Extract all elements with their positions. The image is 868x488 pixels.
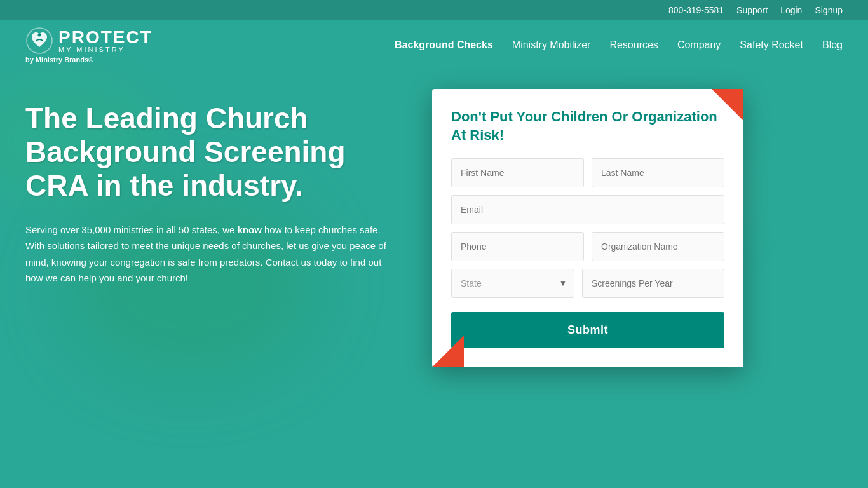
logo-brands-text: by Ministry Brands®: [25, 56, 93, 64]
form-row-email: [451, 195, 724, 224]
form-row-name: [451, 158, 724, 187]
form-row-state-screenings: State Alabama Alaska Arizona Arkansas Ca…: [451, 269, 724, 298]
first-name-input[interactable]: [451, 158, 584, 187]
hero-headline: The Leading Church Background Screening …: [25, 102, 394, 203]
logo-ministry-text: MY MINISTRY: [58, 46, 153, 53]
state-select-wrapper: State Alabama Alaska Arizona Arkansas Ca…: [451, 269, 574, 298]
phone-input[interactable]: [451, 232, 584, 261]
main-nav: PROTECT MY MINISTRY by Ministry Brands® …: [0, 20, 868, 70]
screenings-per-year-input[interactable]: [582, 269, 724, 298]
phone-number: 800-319-5581: [668, 5, 724, 15]
contact-form-card: Don't Put Your Children Or Organization …: [432, 89, 743, 367]
hero-description: Serving over 35,000 ministries in all 50…: [25, 222, 394, 287]
org-name-input[interactable]: [592, 232, 724, 261]
logo-protect-text: PROTECT: [58, 29, 153, 46]
nav-links: Background Checks Ministry Mobilizer Res…: [395, 39, 843, 51]
logo-icon: [25, 27, 53, 55]
logo-text-area: PROTECT MY MINISTRY: [58, 29, 153, 53]
email-input[interactable]: [451, 195, 724, 224]
support-link[interactable]: Support: [736, 5, 768, 15]
by-text: by Ministry Brands®: [25, 56, 93, 64]
svg-point-1: [38, 34, 41, 37]
last-name-input[interactable]: [592, 158, 724, 187]
nav-resources[interactable]: Resources: [609, 39, 658, 51]
signup-link[interactable]: Signup: [815, 5, 843, 15]
nav-blog[interactable]: Blog: [822, 39, 843, 51]
hero-desc-bold: know: [238, 224, 262, 235]
form-title: Don't Put Your Children Or Organization …: [451, 108, 724, 144]
state-select[interactable]: State Alabama Alaska Arizona Arkansas Ca…: [451, 269, 574, 298]
hero-desc-prefix: Serving over 35,000 ministries in all 50…: [25, 224, 238, 235]
form-row-phone-org: [451, 232, 724, 261]
nav-company[interactable]: Company: [677, 39, 721, 51]
top-bar: 800-319-5581 Support Login Signup: [0, 0, 868, 20]
nav-safety-rocket[interactable]: Safety Rocket: [740, 39, 803, 51]
logo-area[interactable]: PROTECT MY MINISTRY by Ministry Brands®: [25, 27, 153, 64]
hero-text: The Leading Church Background Screening …: [25, 95, 394, 287]
nav-background-checks[interactable]: Background Checks: [395, 39, 493, 51]
nav-ministry-mobilizer[interactable]: Ministry Mobilizer: [512, 39, 591, 51]
hero-content: The Leading Church Background Screening …: [0, 70, 868, 367]
submit-button[interactable]: Submit: [451, 312, 724, 348]
login-link[interactable]: Login: [780, 5, 802, 15]
page-wrapper: 800-319-5581 Support Login Signup PROTEC…: [0, 0, 868, 488]
logo-brand: PROTECT MY MINISTRY: [25, 27, 153, 55]
